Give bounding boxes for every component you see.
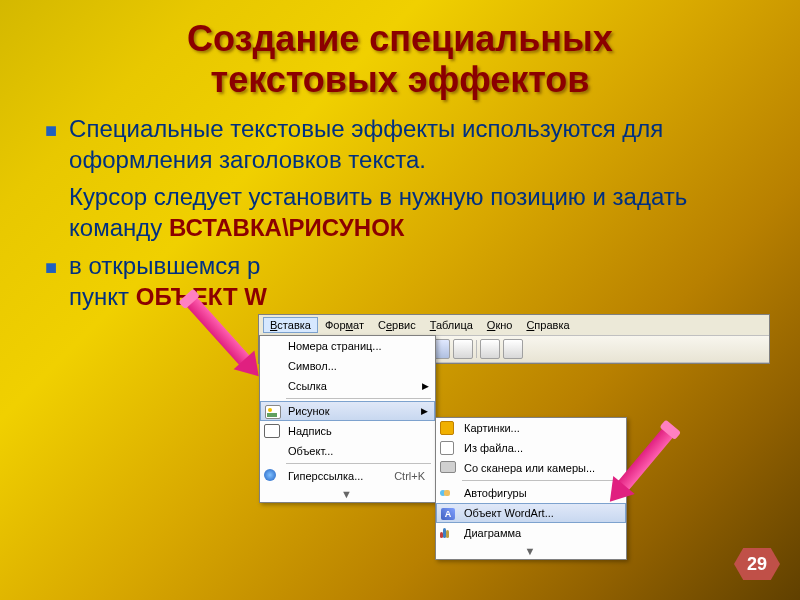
menu-item-textbox[interactable]: Надпись	[260, 421, 435, 441]
submenu-wordart[interactable]: A Объект WordArt...	[436, 503, 626, 523]
toolbar-icon[interactable]	[453, 339, 473, 359]
submenu-chart[interactable]: Диаграмма	[436, 523, 626, 543]
toolbar-icon[interactable]	[480, 339, 500, 359]
expand-icon[interactable]: ▼	[260, 486, 435, 502]
insert-dropdown: Номера страниц... Символ... Ссылка▶ Рису…	[259, 335, 436, 503]
chevron-right-icon: ▶	[421, 406, 428, 416]
menu-item-symbol[interactable]: Символ...	[260, 356, 435, 376]
menu-format[interactable]: Формат	[318, 317, 371, 333]
separator	[286, 463, 431, 464]
submenu-autoshapes[interactable]: Автофигуры	[436, 483, 626, 503]
menu-item-object[interactable]: Объект...	[260, 441, 435, 461]
separator	[286, 398, 431, 399]
paragraph-3: в открывшемся р пункт ОБЪЕКТ W	[69, 250, 267, 312]
toolbar-icon[interactable]	[503, 339, 523, 359]
scanner-icon	[440, 461, 456, 477]
submenu-clipart[interactable]: Картинки...	[436, 418, 626, 438]
chart-icon	[440, 526, 456, 542]
submenu-from-file[interactable]: Из файла...	[436, 438, 626, 458]
separator	[462, 480, 622, 481]
menubar: ВВставкаставка Формат Сервис Таблица Окн…	[259, 315, 769, 336]
menu-help[interactable]: Справка	[519, 317, 576, 333]
clipart-icon	[440, 421, 456, 437]
bullet-icon: ■	[45, 119, 57, 142]
bullet-icon: ■	[45, 256, 57, 279]
submenu-scanner[interactable]: Со сканера или камеры...	[436, 458, 626, 478]
picture-icon	[265, 405, 281, 421]
menu-table[interactable]: Таблица	[423, 317, 480, 333]
menu-item-page-numbers[interactable]: Номера страниц...	[260, 336, 435, 356]
menu-item-reference[interactable]: Ссылка▶	[260, 376, 435, 396]
menu-insert[interactable]: ВВставкаставка	[263, 317, 318, 333]
menu-service[interactable]: Сервис	[371, 317, 423, 333]
wordart-icon: A	[441, 507, 457, 523]
word-menu-screenshot: ВВставкаставка Формат Сервис Таблица Окн…	[258, 314, 770, 364]
paragraph-1: Специальные текстовые эффекты используют…	[69, 113, 755, 175]
paragraph-2: Курсор следует установить в нужную позиц…	[69, 181, 755, 243]
menu-window[interactable]: Окно	[480, 317, 520, 333]
file-icon	[440, 441, 456, 457]
menu-item-hyperlink[interactable]: Гиперссылка...Ctrl+K	[260, 466, 435, 486]
menu-item-picture[interactable]: Рисунок▶	[260, 401, 435, 421]
chevron-right-icon: ▶	[422, 381, 429, 391]
shapes-icon	[440, 486, 456, 502]
globe-icon	[264, 469, 280, 485]
textbox-icon	[264, 424, 280, 440]
slide-body: ■ Специальные текстовые эффекты использу…	[0, 101, 800, 312]
picture-submenu: Картинки... Из файла... Со сканера или к…	[435, 417, 627, 560]
slide-title: Создание специальных текстовых эффектов	[0, 0, 800, 101]
expand-icon[interactable]: ▼	[436, 543, 626, 559]
page-number-badge: 29	[734, 548, 780, 580]
